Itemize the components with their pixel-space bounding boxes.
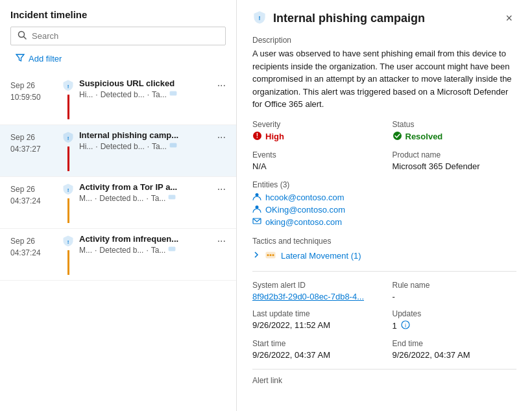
events-cell: Events N/A (252, 150, 377, 171)
svg-text:!: ! (259, 15, 261, 21)
lateral-movement-icon (265, 250, 276, 262)
entity-item[interactable]: OKing@contoso.com (252, 204, 516, 215)
tag-icon (169, 89, 177, 99)
divider-2 (252, 369, 516, 370)
tactics-value[interactable]: Lateral Movement (1) (281, 251, 361, 261)
system-alert-label: System alert ID (252, 281, 377, 290)
product-value: Microsoft 365 Defender (393, 161, 517, 171)
tactics-label: Tactics and techniques (252, 237, 516, 246)
svg-text:!: ! (67, 135, 69, 141)
rule-name-value: - (393, 292, 517, 301)
svg-rect-9 (169, 247, 175, 251)
dot-separator: · (147, 142, 149, 151)
mail-icon (252, 217, 261, 228)
dot-separator: · (95, 246, 97, 255)
chevron-right-icon (252, 251, 260, 260)
shield-icon: ! (62, 78, 74, 93)
severity-cell: Severity ! High (252, 120, 377, 143)
add-filter-label: Add filter (29, 54, 62, 64)
last-update-value: 9/26/2022, 11:52 AM (252, 320, 377, 330)
svg-rect-3 (170, 91, 176, 95)
shield-icon: ! (62, 182, 74, 197)
alert-link-label: Alert link (252, 376, 516, 385)
item-time: Sep 26 04:37:27 (10, 130, 57, 171)
item-severity-bar (67, 198, 69, 223)
item-content: Suspicious URL clicked Hi... · Detected … (79, 78, 215, 119)
events-value: N/A (252, 161, 377, 171)
entities-section: Entities (3) hcook@contoso.com OKing@con… (252, 180, 516, 228)
product-label: Product name (393, 150, 517, 159)
item-meta-3: Ta... (152, 90, 167, 99)
product-cell: Product name Microsoft 365 Defender (393, 150, 517, 171)
timeline-item[interactable]: Sep 26 10:59:50 ! Suspicious URL clicked… (0, 73, 236, 125)
item-connector: ! (62, 182, 74, 223)
item-content: Internal phishing camp... Hi... · Detect… (79, 130, 215, 171)
more-options-button[interactable]: ··· (215, 235, 228, 247)
item-meta-3: Ta... (151, 246, 166, 255)
item-time: Sep 26 04:37:24 (10, 182, 57, 223)
more-options-button[interactable]: ··· (215, 183, 228, 195)
info-icon: i (401, 320, 410, 331)
severity-icon: ! (252, 131, 262, 143)
svg-point-15 (256, 206, 259, 209)
timeline-list: Sep 26 10:59:50 ! Suspicious URL clicked… (0, 73, 236, 411)
detail-panel: ! Internal phishing campaign × Descripti… (237, 0, 532, 411)
entities-label: Entities (3) (252, 180, 516, 189)
item-title: Activity from infrequen... (79, 234, 209, 244)
tag-icon (169, 141, 177, 151)
entity-link[interactable]: OKing@contoso.com (265, 205, 345, 215)
timeline-item[interactable]: Sep 26 04:37:24 ! Activity from a Tor IP… (0, 177, 236, 229)
item-meta-2: Detected b... (99, 246, 143, 255)
more-options-button[interactable]: ··· (215, 80, 228, 91)
updates-value-row: 1 i (393, 320, 517, 331)
item-connector: ! (62, 130, 74, 171)
search-box[interactable] (10, 27, 226, 45)
svg-point-14 (256, 193, 259, 196)
svg-text:!: ! (256, 132, 258, 139)
item-meta: M... · Detected b... · Ta... (79, 245, 215, 255)
dot-separator: · (147, 90, 149, 99)
user-icon (252, 204, 261, 215)
rule-name-cell: Rule name - (393, 281, 517, 301)
detail-header: ! Internal phishing campaign × (252, 10, 516, 27)
svg-text:i: i (405, 322, 406, 329)
start-time-value: 9/26/2022, 04:37 AM (252, 350, 377, 360)
close-button[interactable]: × (502, 10, 516, 27)
tag-icon (168, 193, 176, 203)
dot-separator: · (146, 194, 148, 203)
item-connector: ! (62, 234, 74, 275)
panel-title: Incident timeline (0, 6, 236, 27)
svg-line-1 (24, 37, 27, 40)
detail-grid: Severity ! High Status (252, 120, 516, 171)
item-title: Internal phishing camp... (79, 130, 209, 140)
entity-link[interactable]: hcook@contoso.com (265, 193, 345, 202)
search-input[interactable] (32, 31, 219, 41)
shield-icon: ! (62, 234, 74, 249)
system-alert-value[interactable]: 8f9d2b3f-29d0-08ec-7db8-4... (252, 292, 364, 301)
item-connector: ! (62, 78, 74, 119)
start-time-cell: Start time 9/26/2022, 04:37 AM (252, 339, 377, 360)
entity-item[interactable]: hcook@contoso.com (252, 192, 516, 203)
item-time: Sep 26 04:37:24 (10, 234, 57, 275)
entity-item[interactable]: oking@contoso.com (252, 217, 516, 228)
dot-separator: · (95, 90, 97, 99)
add-filter-button[interactable]: Add filter (10, 51, 67, 67)
events-label: Events (252, 150, 377, 159)
more-options-button[interactable]: ··· (215, 132, 228, 143)
item-content: Activity from infrequen... M... · Detect… (79, 234, 215, 275)
svg-rect-7 (169, 195, 175, 199)
svg-text:!: ! (67, 187, 69, 193)
item-meta: Hi... · Detected b... · Ta... (79, 89, 215, 99)
tactics-row[interactable]: Lateral Movement (1) (252, 250, 516, 262)
entity-link[interactable]: oking@contoso.com (265, 217, 342, 227)
resolved-icon (393, 131, 402, 143)
timeline-item[interactable]: Sep 26 04:37:24 ! Activity from infreque… (0, 229, 236, 281)
item-meta: M... · Detected b... · Ta... (79, 193, 215, 203)
item-severity-bar (67, 250, 69, 275)
severity-value: ! High (252, 131, 377, 143)
timeline-item[interactable]: Sep 26 04:37:27 ! Internal phishing camp… (0, 125, 236, 177)
last-update-cell: Last update time 9/26/2022, 11:52 AM (252, 309, 377, 331)
svg-point-13 (393, 132, 402, 140)
item-meta: Hi... · Detected b... · Ta... (79, 141, 215, 151)
svg-text:!: ! (67, 84, 69, 89)
